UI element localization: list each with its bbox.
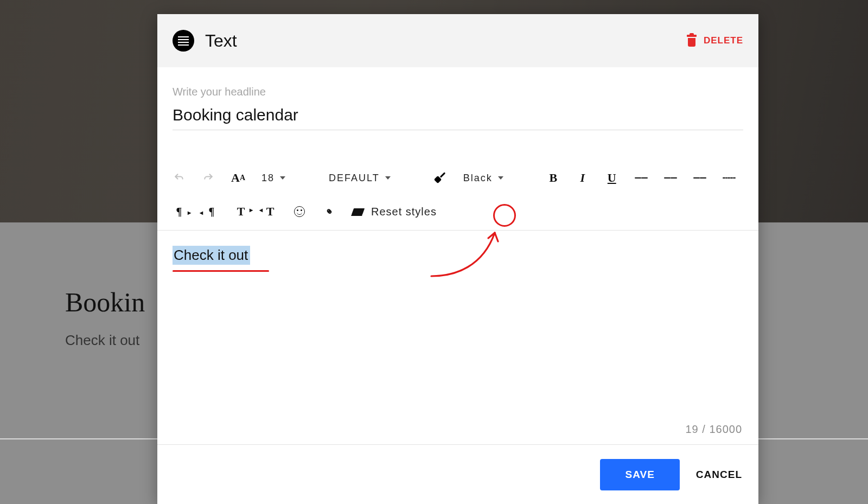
font-family-select[interactable]: DEFAULT: [329, 173, 391, 184]
rtl-button[interactable]: ¶: [205, 206, 218, 218]
reset-styles-label: Reset styles: [371, 206, 437, 218]
emoji-button[interactable]: [293, 206, 306, 217]
ltr-button[interactable]: ¶: [173, 206, 186, 218]
background-page-subtitle: Check it out: [65, 332, 139, 349]
indent-decrease-button[interactable]: ◂T: [264, 205, 277, 219]
toolbar-row-1: AA 18 DEFAULT Black B I U: [173, 165, 743, 191]
align-left-button[interactable]: [635, 176, 648, 180]
text-editor-modal: Text DELETE Write your headline AA 18: [157, 14, 758, 504]
selected-text[interactable]: Check it out: [173, 246, 250, 265]
align-center-button[interactable]: [664, 176, 677, 180]
caret-down-icon: [498, 176, 503, 180]
redo-button[interactable]: [202, 173, 215, 183]
delete-label: DELETE: [704, 35, 743, 46]
annotation-underline: [173, 270, 269, 272]
font-size-value: 18: [261, 173, 275, 184]
font-family-value: DEFAULT: [329, 173, 380, 184]
editor-toolbar: AA 18 DEFAULT Black B I U: [157, 137, 758, 230]
caret-down-icon: [280, 176, 285, 180]
toolbar-row-2: ¶ ¶ T▸ ◂T ⚭ Reset styles: [173, 199, 743, 225]
reset-styles-button[interactable]: [352, 208, 365, 215]
italic-button[interactable]: I: [576, 171, 589, 185]
caret-down-icon: [385, 176, 391, 180]
undo-button[interactable]: [173, 173, 186, 183]
modal-header: Text DELETE: [157, 14, 758, 67]
brush-icon: [435, 173, 446, 183]
trash-icon: [686, 35, 697, 47]
headline-area: Write your headline: [157, 67, 758, 137]
character-counter: 19 / 16000: [157, 423, 758, 444]
modal-footer: SAVE CANCEL: [157, 444, 758, 504]
font-size-select[interactable]: 18: [261, 173, 285, 184]
background-page-title: Bookin: [65, 286, 145, 318]
modal-title: Text: [205, 31, 237, 51]
delete-button[interactable]: DELETE: [686, 35, 743, 47]
link-icon: ⚭: [322, 205, 336, 219]
text-color-select[interactable]: Black: [463, 173, 503, 184]
save-button[interactable]: SAVE: [600, 459, 679, 490]
text-color-button[interactable]: [434, 173, 447, 183]
align-justify-button[interactable]: [723, 176, 736, 180]
headline-placeholder: Write your headline: [173, 86, 743, 98]
text-block-icon: [173, 30, 194, 52]
editor-body[interactable]: Check it out: [157, 231, 758, 423]
font-size-icon[interactable]: AA: [231, 171, 245, 185]
headline-input[interactable]: [173, 103, 743, 130]
indent-increase-button[interactable]: T▸: [234, 205, 247, 219]
bold-button[interactable]: B: [547, 171, 560, 185]
eraser-icon: [352, 208, 365, 215]
align-right-button[interactable]: [693, 176, 706, 180]
cancel-button[interactable]: CANCEL: [696, 469, 742, 481]
smiley-icon: [294, 206, 305, 217]
insert-link-button[interactable]: ⚭: [322, 206, 335, 218]
underline-button[interactable]: U: [605, 171, 618, 185]
text-color-value: Black: [463, 173, 493, 184]
